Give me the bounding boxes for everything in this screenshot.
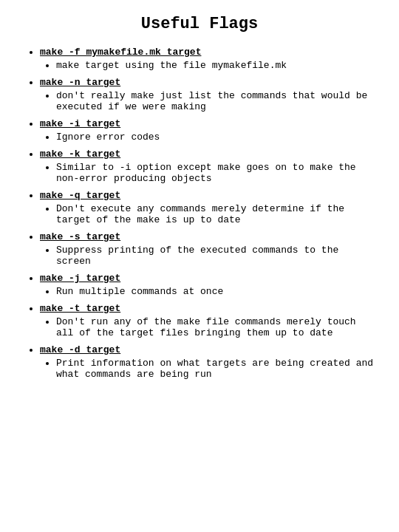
sub-list-item: Ignore error codes (56, 132, 377, 143)
flag-label: make -d target (40, 344, 120, 355)
sub-list-item: Don't run any of the make file commands … (56, 316, 377, 338)
page-title: Useful Flags (22, 15, 377, 33)
sub-list: Suppress printing of the executed comman… (40, 245, 377, 267)
sub-list-item: Run multiple commands at once (56, 286, 377, 297)
list-item: make -d targetPrint information on what … (40, 344, 377, 380)
sub-list-item: Similar to -i option except make goes on… (56, 162, 377, 184)
sub-list-item: Don't execute any commands merely determ… (56, 203, 377, 225)
sub-list: don't really make just list the commands… (40, 90, 377, 112)
sub-list: Run multiple commands at once (40, 286, 377, 297)
sub-list: make target using the file mymakefile.mk (40, 60, 377, 71)
sub-list-item: Suppress printing of the executed comman… (56, 245, 377, 267)
sub-list: Don't run any of the make file commands … (40, 316, 377, 338)
list-item: make -s targetSuppress printing of the e… (40, 231, 377, 267)
sub-list: Print information on what targets are be… (40, 358, 377, 380)
list-item: make -k targetSimilar to -i option excep… (40, 149, 377, 184)
flag-label: make -k target (40, 149, 120, 160)
list-item: make -t targetDon't run any of the make … (40, 303, 377, 338)
sub-list: Ignore error codes (40, 132, 377, 143)
flags-list: make -f mymakefile.mk targetmake target … (22, 47, 377, 380)
list-item: make -j targetRun multiple commands at o… (40, 273, 377, 297)
flag-label: make -t target (40, 303, 120, 314)
flag-label: make -s target (40, 231, 120, 242)
list-item: make -q targetDon't execute any commands… (40, 190, 377, 225)
sub-list-item: Print information on what targets are be… (56, 358, 377, 380)
sub-list-item: make target using the file mymakefile.mk (56, 60, 377, 71)
sub-list: Similar to -i option except make goes on… (40, 162, 377, 184)
flag-label: make -i target (40, 118, 120, 129)
list-item: make -n targetdon't really make just lis… (40, 77, 377, 112)
list-item: make -f mymakefile.mk targetmake target … (40, 47, 377, 71)
flag-label: make -f mymakefile.mk target (40, 47, 201, 58)
flag-label: make -n target (40, 77, 120, 88)
list-item: make -i targetIgnore error codes (40, 118, 377, 143)
flag-label: make -q target (40, 190, 120, 201)
flag-label: make -j target (40, 273, 120, 284)
sub-list-item: don't really make just list the commands… (56, 90, 377, 112)
sub-list: Don't execute any commands merely determ… (40, 203, 377, 225)
